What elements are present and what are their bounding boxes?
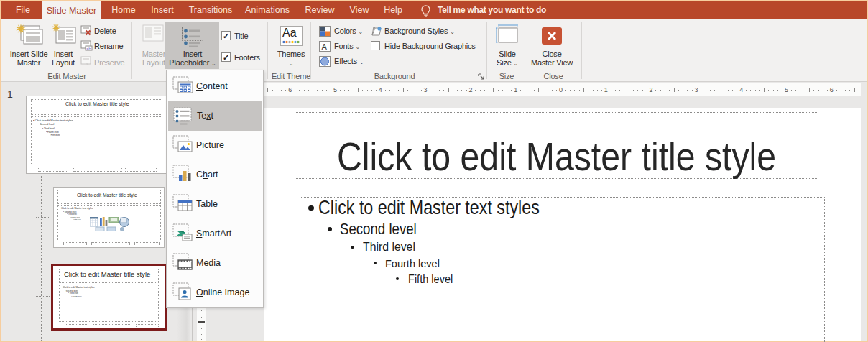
svg-text:ab: ab [86, 47, 91, 51]
svg-text:A: A [322, 42, 328, 51]
